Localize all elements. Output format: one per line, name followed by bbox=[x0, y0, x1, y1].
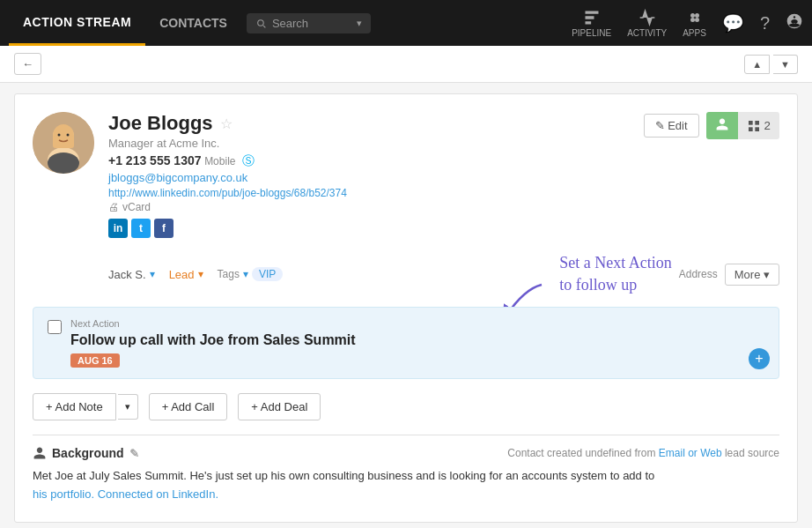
background-meta-text: Contact created undefined from bbox=[507, 447, 655, 459]
view-toggle: 2 bbox=[706, 112, 779, 139]
contact-email-row: jbloggs@bigcompany.co.uk bbox=[108, 171, 630, 184]
svg-point-0 bbox=[690, 13, 695, 18]
background-heading: Background bbox=[52, 446, 124, 460]
background-edit-icon[interactable]: ✎ bbox=[129, 447, 139, 460]
pipeline-label: PIPELINE bbox=[572, 28, 611, 38]
contact-email-link[interactable]: jbloggs@bigcompany.co.uk bbox=[108, 171, 247, 184]
search-input[interactable] bbox=[272, 17, 351, 30]
skype-icon[interactable]: Ⓢ bbox=[242, 153, 255, 167]
contact-name-row: Joe Bloggs ☆ bbox=[108, 112, 630, 135]
nav-up-button[interactable]: ▲ bbox=[744, 55, 770, 74]
background-meta-link[interactable]: Email or Web bbox=[659, 447, 722, 459]
contact-phone-row: +1 213 555 1307 Mobile Ⓢ bbox=[108, 153, 630, 169]
svg-point-3 bbox=[695, 18, 699, 22]
tag-vip[interactable]: VIP bbox=[252, 267, 283, 281]
owner-name: Jack S. bbox=[108, 268, 146, 281]
next-action-checkbox[interactable] bbox=[48, 320, 62, 334]
avatar bbox=[33, 112, 94, 174]
favorite-star-icon[interactable]: ☆ bbox=[220, 115, 233, 132]
address-label: Address bbox=[679, 268, 718, 280]
search-bar[interactable]: ▾ bbox=[247, 13, 371, 33]
next-action-box: Next Action Follow up call with Joe from… bbox=[33, 307, 779, 379]
grid-icon bbox=[747, 119, 761, 133]
settings-icon[interactable] bbox=[786, 12, 803, 34]
background-body-part2[interactable]: his portfolio. Connected on LinkedIn. bbox=[33, 487, 218, 501]
search-icon bbox=[255, 18, 267, 29]
annotation-container: Set a Next Action to follow up bbox=[559, 252, 671, 296]
nav-apps[interactable]: APPS bbox=[683, 9, 706, 38]
printer-icon: 🖨 bbox=[108, 201, 119, 213]
apps-icon bbox=[686, 9, 704, 26]
main-content: Joe Bloggs ☆ Manager at Acme Inc. +1 213… bbox=[14, 93, 798, 523]
social-icons: in t f bbox=[108, 219, 630, 238]
lead-label: Lead bbox=[169, 268, 195, 281]
add-next-action-button[interactable]: + bbox=[749, 348, 770, 369]
twitter-icon[interactable]: t bbox=[131, 219, 151, 238]
phone-type: Mobile bbox=[204, 155, 235, 167]
owner-dropdown-icon[interactable]: ▾ bbox=[150, 268, 155, 280]
contact-title: Manager at Acme Inc. bbox=[108, 137, 630, 150]
background-meta: Contact created undefined from Email or … bbox=[507, 447, 779, 459]
contact-name: Joe Bloggs bbox=[108, 112, 213, 135]
tags-label: Tags bbox=[218, 268, 240, 280]
nav-pipeline[interactable]: PIPELINE bbox=[572, 9, 611, 38]
breadcrumb-bar: ← ▲ ▼ bbox=[0, 46, 812, 83]
background-header: Background ✎ Contact created undefined f… bbox=[33, 446, 779, 460]
more-button[interactable]: More ▾ bbox=[725, 264, 779, 286]
linkedin-icon[interactable]: in bbox=[108, 219, 128, 238]
svg-point-2 bbox=[690, 18, 695, 22]
nav-contacts[interactable]: CONTACTS bbox=[145, 0, 241, 46]
svg-rect-12 bbox=[749, 121, 753, 125]
next-action-content: Next Action Follow up call with Joe from… bbox=[70, 318, 764, 368]
help-icon[interactable]: ? bbox=[760, 13, 770, 33]
background-body-part1: Met Joe at July Sales Summit. He's just … bbox=[33, 469, 654, 482]
add-deal-button[interactable]: + Add Deal bbox=[238, 393, 321, 420]
edit-button[interactable]: ✎ Edit bbox=[644, 114, 699, 138]
contact-view-grid-button[interactable]: 2 bbox=[738, 112, 779, 139]
svg-rect-13 bbox=[755, 121, 759, 125]
svg-point-9 bbox=[58, 134, 61, 137]
owner-field: Jack S. ▾ bbox=[108, 268, 155, 281]
contact-header: Joe Bloggs ☆ Manager at Acme Inc. +1 213… bbox=[33, 112, 779, 238]
back-button[interactable]: ← bbox=[14, 53, 41, 75]
activity-icon bbox=[639, 9, 656, 26]
add-note-button[interactable]: + Add Note bbox=[33, 393, 116, 420]
lead-dropdown-icon[interactable]: ▾ bbox=[198, 268, 203, 280]
tags-field: Tags ▾ VIP bbox=[218, 267, 284, 281]
add-call-button[interactable]: + Add Call bbox=[149, 393, 228, 420]
action-buttons-row: + Add Note ▾ + Add Call + Add Deal bbox=[33, 393, 779, 420]
add-note-dropdown-button[interactable]: ▾ bbox=[118, 394, 138, 420]
contact-linkedin-link[interactable]: http://www.linkedin.com/pub/joe-bloggs/6… bbox=[108, 187, 347, 199]
tags-dropdown-icon[interactable]: ▾ bbox=[243, 268, 248, 280]
contact-info: Joe Bloggs ☆ Manager at Acme Inc. +1 213… bbox=[108, 112, 630, 238]
next-action-date: AUG 16 bbox=[70, 353, 120, 368]
nav-activity[interactable]: ACTIVITY bbox=[627, 9, 667, 38]
svg-point-11 bbox=[48, 152, 79, 174]
contact-view-person-button[interactable] bbox=[706, 112, 738, 139]
contact-actions: ✎ Edit 2 bbox=[644, 112, 779, 139]
annotation-line1: Set a Next Action bbox=[559, 254, 671, 271]
next-action-title: Follow up call with Joe from Sales Summi… bbox=[70, 332, 764, 348]
chat-icon[interactable]: 💬 bbox=[722, 12, 744, 33]
activity-label: ACTIVITY bbox=[627, 28, 667, 38]
vcard-row[interactable]: 🖨 vCard bbox=[108, 201, 630, 213]
svg-point-1 bbox=[695, 13, 699, 18]
nav-down-button[interactable]: ▼ bbox=[773, 55, 798, 74]
next-action-area: Next Action Follow up call with Joe from… bbox=[33, 307, 779, 379]
lead-field: Lead ▾ bbox=[169, 268, 203, 281]
background-body: Met Joe at July Sales Summit. He's just … bbox=[33, 467, 779, 504]
view-count: 2 bbox=[764, 119, 771, 132]
background-title: Background ✎ bbox=[33, 446, 139, 460]
avatar-image bbox=[33, 112, 94, 174]
background-section: Background ✎ Contact created undefined f… bbox=[33, 435, 779, 504]
vcard-link[interactable]: vCard bbox=[122, 201, 151, 213]
annotation-line2: to follow up bbox=[559, 276, 637, 294]
facebook-icon[interactable]: f bbox=[154, 219, 173, 238]
nav-action-stream[interactable]: ACTION STREAM bbox=[9, 0, 145, 46]
nav-right-icons: PIPELINE ACTIVITY APPS 💬 ? bbox=[572, 9, 803, 38]
annotation-area: Set a Next Action to follow up Address M… bbox=[559, 252, 779, 296]
search-dropdown-icon[interactable]: ▾ bbox=[357, 18, 362, 29]
apps-label: APPS bbox=[683, 28, 706, 38]
svg-rect-15 bbox=[755, 127, 759, 131]
breadcrumb-nav: ▲ ▼ bbox=[744, 55, 798, 74]
